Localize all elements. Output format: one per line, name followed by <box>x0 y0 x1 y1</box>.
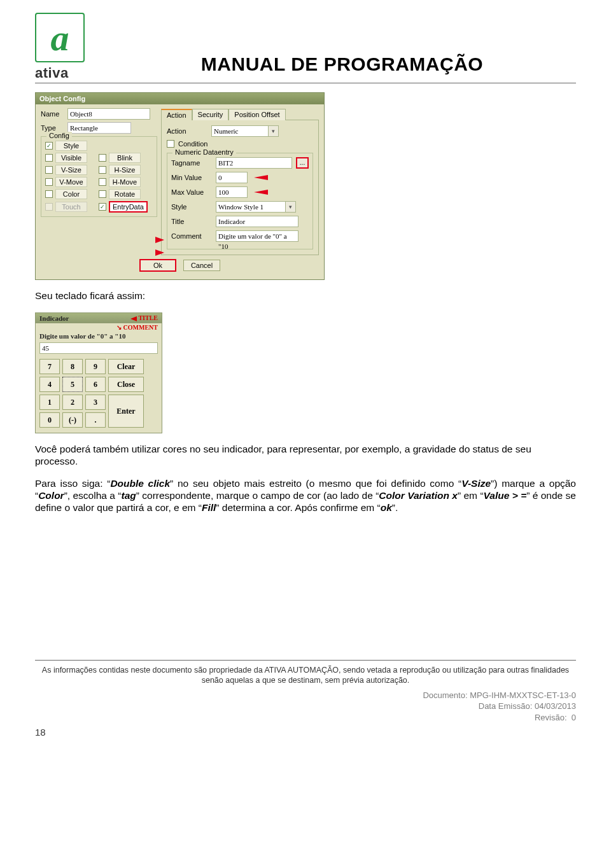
paragraph-2: Você poderá também utilizar cores no seu… <box>35 444 576 468</box>
t: Double click <box>110 478 170 489</box>
entrydata-checkbox[interactable]: ✓ <box>99 203 106 211</box>
touch-label: Touch <box>55 202 87 212</box>
key-3[interactable]: 3 <box>85 395 106 410</box>
rotate-label: Rotate <box>109 189 141 199</box>
type-label: Type <box>41 124 64 132</box>
paragraph-3: Para isso siga: “Double click” no seu ob… <box>35 478 576 514</box>
key-4[interactable]: 4 <box>39 377 60 392</box>
annotation-arrow-icon <box>130 316 137 321</box>
annotation-arrow-icon <box>155 249 164 256</box>
key-5[interactable]: 5 <box>62 377 83 392</box>
browse-button[interactable]: ... <box>296 157 309 169</box>
key-9[interactable]: 9 <box>85 359 106 374</box>
keypad-grid: 7 8 9 Clear 4 5 6 Close 1 2 3 Enter 0 (-… <box>36 356 162 433</box>
rev-label: Revisão: <box>535 713 567 722</box>
logo-text: ativa <box>35 65 89 81</box>
t: ok <box>381 502 392 513</box>
vmove-checkbox[interactable] <box>45 178 53 186</box>
entrydata-label: EntryData <box>109 201 148 213</box>
ok-button[interactable]: Ok <box>139 259 176 272</box>
t: tag <box>121 490 136 501</box>
key-neg[interactable]: (-) <box>62 412 83 428</box>
style-value: Window Style 1 <box>216 201 286 213</box>
page-header: a ativa MANUAL DE PROGRAMAÇÃO <box>35 13 576 81</box>
object-config-dialog: Object Config Name Object8 Type Rectangl… <box>35 92 325 280</box>
vsize-checkbox[interactable] <box>45 166 53 174</box>
action-label: Action <box>167 127 207 135</box>
tagname-label: Tagname <box>171 159 212 167</box>
footer-note: As informações contidas neste documento … <box>35 666 576 685</box>
chevron-down-icon: ▾ <box>269 125 279 137</box>
style-checkbox[interactable]: ✓ <box>45 142 53 150</box>
dialog-button-row: Ok Cancel <box>41 255 319 273</box>
numeric-dataentry-group: Numeric Dataentry Tagname BIT2 ... Min V… <box>167 153 313 249</box>
keypad-comment: Digite um valor de "0" a "10 <box>36 332 162 341</box>
annotation-arrow-icon <box>155 237 164 243</box>
title-annotation-text: TITLE <box>138 314 158 321</box>
t: Color Variation x <box>379 490 458 501</box>
key-0[interactable]: 0 <box>39 412 60 428</box>
color-checkbox[interactable] <box>45 190 53 198</box>
key-8[interactable]: 8 <box>62 359 83 374</box>
tagname-field[interactable]: BIT2 <box>216 157 292 169</box>
chevron-down-icon: ▾ <box>286 201 296 213</box>
title-field-label: Title <box>171 218 212 225</box>
condition-checkbox[interactable] <box>167 140 174 148</box>
tab-pane-action: Action Numeric▾ Condition Numeric Dataen… <box>161 120 319 255</box>
tab-security[interactable]: Security <box>192 109 229 120</box>
min-field[interactable]: 0 <box>216 172 248 183</box>
t: Color <box>38 490 64 501</box>
tab-position-offset[interactable]: Position Offset <box>228 109 285 120</box>
visible-label: Visible <box>55 153 87 163</box>
touch-checkbox <box>45 203 53 211</box>
blink-checkbox[interactable] <box>99 154 106 162</box>
hsize-checkbox[interactable] <box>99 166 106 174</box>
key-close[interactable]: Close <box>108 377 144 392</box>
t: ” determina a cor. Após confirme em “ <box>216 502 380 513</box>
t: V-Size <box>461 478 491 489</box>
key-clear[interactable]: Clear <box>108 359 144 374</box>
key-enter[interactable]: Enter <box>108 395 144 428</box>
rev-value: 0 <box>572 713 576 722</box>
logo: a ativa <box>35 13 89 81</box>
key-6[interactable]: 6 <box>85 377 106 392</box>
key-7[interactable]: 7 <box>39 359 60 374</box>
annotation-arrows <box>155 237 164 256</box>
doc-meta: Documento: MPG-IHM-MXXTSC-ET-13-0 Data E… <box>35 690 576 724</box>
comment-field[interactable]: Digite um valor de "0" a "10 <box>216 230 298 242</box>
color-label: Color <box>55 189 87 199</box>
tab-action[interactable]: Action <box>161 109 192 120</box>
hsize-label: H-Size <box>109 165 141 175</box>
name-field[interactable]: Object8 <box>67 108 150 120</box>
doc-label: Documento: <box>423 690 467 700</box>
blink-label: Blink <box>109 153 141 163</box>
vsize-label: V-Size <box>55 165 87 175</box>
key-2[interactable]: 2 <box>62 395 83 410</box>
max-field[interactable]: 100 <box>216 186 248 198</box>
cancel-button[interactable]: Cancel <box>183 260 220 271</box>
type-combo[interactable]: Rectangle <box>67 122 131 134</box>
type-value: Rectangle <box>67 122 131 134</box>
date-label: Data Emissão: <box>479 701 533 711</box>
doc-value: MPG-IHM-MXXTSC-ET-13-0 <box>470 690 576 700</box>
key-dot[interactable]: . <box>85 412 106 428</box>
comment-annotation: ↘ COMMENT <box>116 324 158 331</box>
keypad-display[interactable]: 45 <box>39 342 158 354</box>
dialog-titlebar: Object Config <box>36 93 324 104</box>
max-label: Max Value <box>171 188 212 196</box>
rotate-checkbox[interactable] <box>99 190 106 198</box>
numeric-dataentry-title: Numeric Dataentry <box>172 148 236 156</box>
footer-divider <box>35 660 576 661</box>
style-combo[interactable]: Window Style 1▾ <box>216 201 296 213</box>
hmove-checkbox[interactable] <box>99 178 106 186</box>
date-value: 04/03/2013 <box>535 701 576 711</box>
visible-checkbox[interactable] <box>45 154 53 162</box>
config-group-title: Config <box>46 132 72 139</box>
t: ” em “ <box>458 490 484 501</box>
logo-mark: a <box>35 13 85 62</box>
action-combo[interactable]: Numeric▾ <box>211 125 279 137</box>
annotation-arrow-icon <box>254 190 268 195</box>
t: ”. <box>392 502 398 513</box>
title-field[interactable]: Indicador <box>216 216 298 227</box>
key-1[interactable]: 1 <box>39 395 60 410</box>
